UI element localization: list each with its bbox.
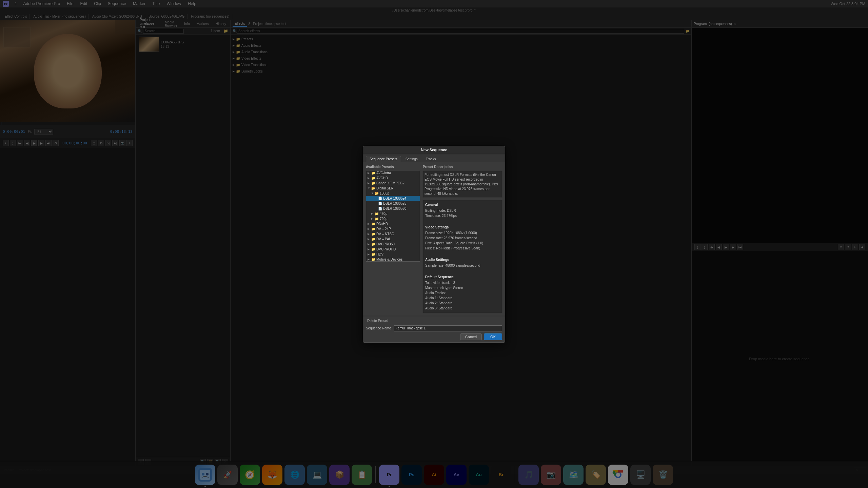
tree-item-avchd[interactable]: ▶ 📁 AVCHD [366,176,420,181]
tree-item-dslr-1080p25[interactable]: 📄 DSLR 1080p25 [366,201,420,206]
tree-item-canon-xf[interactable]: ▶ 📁 Canon XF MPEG2 [366,181,420,186]
dslr-1080p24-arrow [374,197,377,200]
digital-slr-arrow: ▼ [368,187,370,190]
tree-item-dslr-1080p30[interactable]: 📄 DSLR 1080p30 [366,206,420,211]
dnxhd-label: DNxHD [376,222,388,226]
delete-preset-button[interactable]: Delete Preset [366,318,389,323]
dialog-tab-bar: Sequence Presets Settings Tracks [363,154,505,162]
mobile-label: Mobile & Devices [376,258,402,261]
canon-xf-arrow: ▶ [368,182,370,185]
sequence-name-row: Sequence Name [366,325,502,331]
1080p-arrow: ▼ [371,192,374,195]
master-track-type: Master track type: Stereo [425,285,500,290]
canon-xf-folder-icon: 📁 [371,181,375,185]
preset-description-text: For editing most DSLR Formats (like the … [425,173,498,196]
hdv-label: HDV [376,252,383,256]
dialog-tab-settings[interactable]: Settings [402,156,421,162]
fields: Fields: No Fields (Progressive Scan) [425,246,500,251]
audio2: Audio 2: Standard [425,301,500,306]
dv24p-label: DV – 24P [376,227,391,231]
tree-item-720p[interactable]: ▶ 📁 720p [366,216,420,221]
audio1: Audio 1: Standard [425,296,500,301]
tree-item-digital-slr[interactable]: ▼ 📂 Digital SLR [366,186,420,191]
pixel-aspect: Pixel Aspect Ratio: Square Pixels (1.0) [425,241,500,246]
audio-tracks-label: Audio Tracks: [425,290,500,296]
tree-item-mobile-devices[interactable]: ▶ 📁 Mobile & Devices [366,257,420,262]
dialog-body: Available Presets ▶ 📁 AVC-Intra ▶ 📁 AVCH… [363,162,505,316]
dvcprohd-folder-icon: 📁 [371,247,375,251]
tree-item-avc-intra[interactable]: ▶ 📁 AVC-Intra [366,170,420,176]
presets-label: Available Presets [366,165,420,169]
dv-pal-folder-icon: 📁 [371,237,375,241]
hdv-folder-icon: 📁 [371,252,375,256]
dnxhd-arrow: ▶ [368,222,370,225]
preset-desc-label: Preset Description [423,165,502,169]
dslr-1080p30-arrow [374,207,377,210]
dialog-tab-tracks[interactable]: Tracks [422,156,440,162]
video-settings-title: Video Settings [425,225,500,230]
dnxhd-folder-icon: 📁 [371,222,375,226]
editing-mode: Editing mode: DSLR [425,208,500,213]
720p-folder-icon: 📁 [375,217,379,221]
tree-item-dv-pal[interactable]: ▶ 📁 DV – PAL [366,237,420,242]
tree-item-1080p[interactable]: ▼ 📂 1080p [366,191,420,196]
dv-pal-label: DV – PAL [376,237,391,241]
presets-left: Available Presets ▶ 📁 AVC-Intra ▶ 📁 AVCH… [366,165,420,313]
tree-item-dnxhd[interactable]: ▶ 📁 DNxHD [366,221,420,226]
canon-xf-label: Canon XF MPEG2 [376,181,405,185]
1080p-label: 1080p [380,191,389,195]
sample-rate: Sample rate: 48000 samples/second [425,263,500,268]
tree-item-dv-24p[interactable]: ▶ 📁 DV – 24P [366,226,420,231]
dslr-1080p30-label: DSLR 1080p30 [383,207,406,210]
new-sequence-dialog: New Sequence Sequence Presets Settings T… [363,146,505,343]
tree-item-dvcpro50[interactable]: ▶ 📁 DVCPRO50 [366,242,420,247]
modal-overlay: New Sequence Sequence Presets Settings T… [0,0,868,488]
tree-item-hdv[interactable]: ▶ 📁 HDV [366,252,420,257]
cancel-button[interactable]: Cancel [460,333,482,340]
tree-item-dvcprohd[interactable]: ▶ 📁 DVCPROHD [366,247,420,252]
dvcpro50-arrow: ▶ [368,243,370,246]
presets-right: Preset Description For editing most DSLR… [423,165,502,313]
digital-slr-label: Digital SLR [376,186,393,190]
720p-arrow: ▶ [371,217,374,220]
audio-settings-title: Audio Settings [425,257,500,262]
hdv-arrow: ▶ [368,253,370,256]
dv24p-arrow: ▶ [368,227,370,230]
sequence-name-input[interactable] [394,325,502,331]
avchd-label: AVCHD [376,176,388,180]
dvcpro50-folder-icon: 📁 [371,242,375,246]
avc-intra-folder-icon: 📁 [371,171,375,175]
frame-rate: Frame rate: 23.976 frames/second [425,236,500,241]
mobile-arrow: ▶ [368,258,370,261]
dvcprohd-label: DVCPROHD [376,247,396,251]
general-section-title: General [425,202,500,207]
total-video-tracks: Total video tracks: 3 [425,280,500,285]
avc-intra-arrow: ▶ [368,171,370,175]
dv-pal-arrow: ▶ [368,238,370,241]
dialog-buttons-row: Cancel OK [366,333,502,340]
frame-size: Frame size: 1920h 1080v (1.0000) [425,230,500,236]
presets-tree[interactable]: ▶ 📁 AVC-Intra ▶ 📁 AVCHD ▶ 📁 Canon X [366,170,420,262]
tree-item-dslr-1080p24[interactable]: 📄 DSLR 1080p24 [366,196,420,201]
tree-item-480p[interactable]: ▶ 📁 480p [366,211,420,216]
dslr-1080p25-arrow [374,202,377,205]
dslr-1080p25-label: DSLR 1080p25 [383,202,406,205]
480p-label: 480p [380,212,387,216]
480p-folder-icon: 📁 [375,212,379,216]
dvcprohd-arrow: ▶ [368,248,370,251]
preset-description-box: For editing most DSLR Formats (like the … [423,171,502,198]
ok-button[interactable]: OK [484,333,502,340]
dialog-tab-sequence-presets[interactable]: Sequence Presets [366,156,401,162]
dv-ntsc-folder-icon: 📁 [371,232,375,236]
default-sequence-title: Default Sequence [425,274,500,280]
720p-label: 720p [380,217,387,221]
dslr-1080p30-file-icon: 📄 [378,207,382,210]
timebase: Timebase: 23.976fps [425,213,500,218]
dialog-footer: Delete Preset Sequence Name Cancel OK [363,316,505,342]
tree-item-dv-ntsc[interactable]: ▶ 📁 DV – NTSC [366,231,420,237]
480p-arrow: ▶ [371,212,374,215]
dv24p-folder-icon: 📁 [371,227,375,231]
dslr-1080p24-file-icon: 📄 [378,197,382,200]
avchd-folder-icon: 📁 [371,176,375,180]
dv-ntsc-arrow: ▶ [368,232,370,236]
